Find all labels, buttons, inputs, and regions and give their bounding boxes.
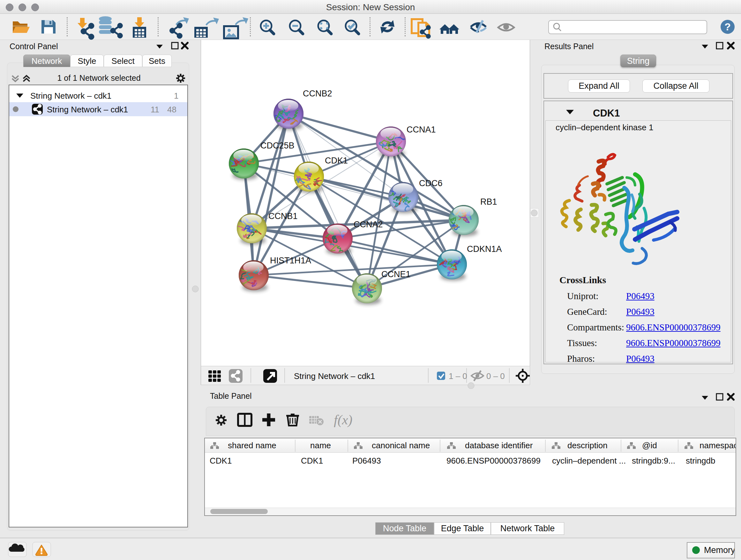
svg-text:name: name: [310, 441, 331, 450]
svg-text:String Network – cdk1: String Network – cdk1: [47, 105, 128, 114]
svg-text:database identifier: database identifier: [465, 441, 533, 450]
svg-text:RB1: RB1: [480, 197, 497, 206]
svg-text:1 – 0: 1 – 0: [449, 371, 467, 381]
svg-text:canonical name: canonical name: [372, 441, 430, 450]
svg-text:CCNA2: CCNA2: [354, 220, 383, 229]
svg-text:CDC6: CDC6: [419, 179, 443, 188]
svg-text:11: 11: [151, 105, 159, 114]
svg-text:namespace: namespace: [699, 441, 736, 450]
svg-text:CCNB2: CCNB2: [303, 89, 332, 98]
svg-text:f(x): f(x): [334, 413, 352, 428]
svg-text:1 of 1 Network selected: 1 of 1 Network selected: [57, 73, 140, 82]
svg-text:Memory: Memory: [704, 545, 734, 555]
svg-text:shared name: shared name: [228, 441, 276, 450]
svg-text:CDK1: CDK1: [325, 156, 348, 165]
svg-text:CDK1: CDK1: [593, 108, 620, 119]
svg-text:CCNA1: CCNA1: [407, 125, 436, 134]
svg-text:HIST1H1A: HIST1H1A: [270, 256, 311, 265]
svg-text:String Network – cdk1: String Network – cdk1: [294, 371, 375, 381]
svg-text:48: 48: [167, 105, 177, 114]
svg-text:1: 1: [174, 91, 179, 101]
svg-text:CCNB1: CCNB1: [268, 211, 298, 221]
svg-text:String Network – cdk1: String Network – cdk1: [30, 91, 111, 101]
svg-text:CDKN1A: CDKN1A: [467, 244, 502, 254]
svg-text:description: description: [567, 441, 608, 450]
svg-text:0 – 0: 0 – 0: [486, 371, 505, 381]
svg-text:CCNE1: CCNE1: [381, 269, 411, 279]
svg-text:@id: @id: [642, 441, 657, 450]
svg-text:CDC25B: CDC25B: [260, 141, 294, 150]
svg-text:?: ?: [724, 21, 731, 33]
